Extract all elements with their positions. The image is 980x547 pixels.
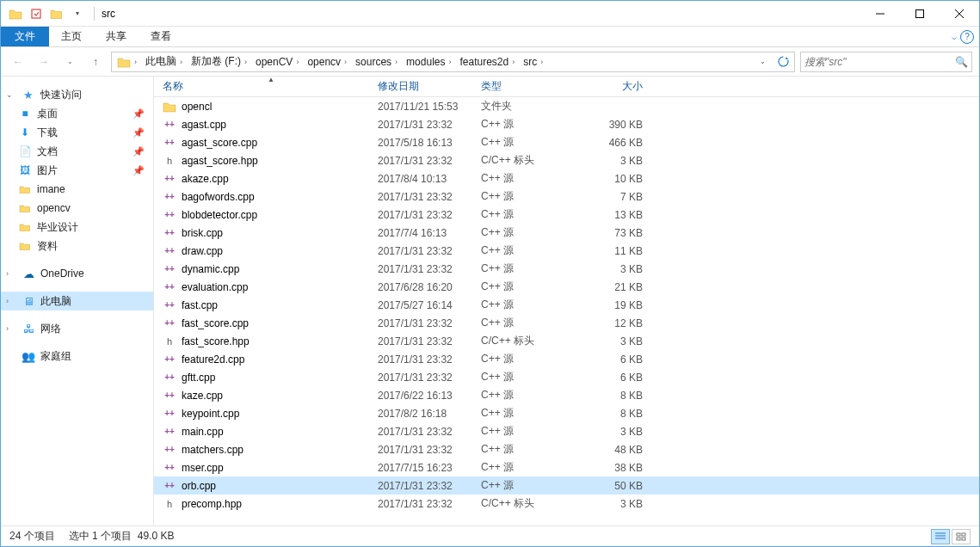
sidebar-item[interactable]: ⬇下载📌 xyxy=(1,123,153,142)
addr-dropdown-icon[interactable]: ⌄ xyxy=(753,52,772,71)
file-row[interactable]: hagast_score.hpp2017/1/31 23:32C/C++ 标头3… xyxy=(154,151,979,169)
hpp-icon: h xyxy=(163,154,176,168)
ribbon-tab[interactable]: 共享 xyxy=(94,27,139,46)
refresh-icon[interactable] xyxy=(774,52,792,71)
file-row[interactable]: ++orb.cpp2017/1/31 23:32C++ 源50 KB xyxy=(154,476,979,495)
sidebar-quick-access[interactable]: ⌄★快速访问 xyxy=(1,85,153,104)
search-input[interactable] xyxy=(804,56,955,68)
breadcrumb-segment[interactable]: openCV› xyxy=(252,52,304,71)
file-row[interactable]: ++feature2d.cpp2017/1/31 23:32C++ 源6 KB xyxy=(154,350,979,368)
file-type: C++ 源 xyxy=(481,460,581,475)
file-date: 2017/11/21 15:53 xyxy=(378,101,481,113)
file-name: mser.cpp xyxy=(182,462,224,474)
file-row[interactable]: ++mser.cpp2017/7/15 16:23C++ 源38 KB xyxy=(154,458,979,476)
close-button[interactable] xyxy=(940,1,979,27)
ribbon-expand-icon[interactable]: ⌵ xyxy=(952,32,957,41)
breadcrumb-segment[interactable]: modules› xyxy=(403,52,456,71)
qat-properties-icon[interactable] xyxy=(27,4,46,23)
ribbon-tab[interactable]: 查看 xyxy=(139,27,183,46)
cpp-icon: ++ xyxy=(163,443,176,457)
cpp-icon: ++ xyxy=(163,461,176,475)
sidebar-item[interactable]: opencv xyxy=(1,199,153,218)
file-row[interactable]: ++matchers.cpp2017/1/31 23:32C++ 源48 KB xyxy=(154,440,979,458)
qat-dropdown-icon[interactable]: ▾ xyxy=(68,4,87,23)
search-box[interactable]: 🔍 xyxy=(800,52,972,72)
file-row[interactable]: ++evaluation.cpp2017/6/28 16:20C++ 源21 K… xyxy=(154,278,979,296)
up-button[interactable]: ↑ xyxy=(85,52,106,72)
file-type: C++ 源 xyxy=(481,117,581,132)
breadcrumb-segment[interactable]: features2d› xyxy=(456,52,520,71)
cpp-icon: ++ xyxy=(163,208,176,222)
back-button[interactable]: ← xyxy=(8,52,28,72)
breadcrumb-segment[interactable]: sources› xyxy=(352,52,403,71)
file-row[interactable]: ++akaze.cpp2017/8/4 10:13C++ 源10 KB xyxy=(154,169,979,187)
file-date: 2017/1/31 23:32 xyxy=(378,191,481,203)
sidebar-thispc[interactable]: ›🖥此电脑 xyxy=(1,292,153,310)
help-icon[interactable]: ? xyxy=(960,30,974,44)
sidebar-item[interactable]: 📄文档📌 xyxy=(1,142,153,161)
qat-newfolder-icon[interactable] xyxy=(47,4,66,23)
file-row[interactable]: hfast_score.hpp2017/1/31 23:32C/C++ 标头3 … xyxy=(154,332,979,350)
breadcrumb-segment[interactable]: 新加卷 (F:)› xyxy=(188,52,252,71)
sidebar: ⌄★快速访问 ■桌面📌⬇下载📌📄文档📌🖼图片📌imaneopencv毕业设计资料… xyxy=(1,77,154,525)
minimize-button[interactable] xyxy=(860,1,900,27)
file-row[interactable]: opencl2017/11/21 15:53文件夹 xyxy=(154,97,979,115)
file-size: 38 KB xyxy=(581,462,643,474)
sidebar-item[interactable]: 🖼图片📌 xyxy=(1,161,153,180)
col-size[interactable]: 大小 xyxy=(581,79,643,94)
file-row[interactable]: hprecomp.hpp2017/1/31 23:32C/C++ 标头3 KB xyxy=(154,495,979,513)
file-row[interactable]: ++keypoint.cpp2017/8/2 16:18C++ 源8 KB xyxy=(154,404,979,422)
ribbon-file-tab[interactable]: 文件 xyxy=(1,27,49,46)
file-name: feature2d.cpp xyxy=(182,353,244,366)
breadcrumb-segment[interactable]: src› xyxy=(520,52,548,71)
file-type: C++ 源 xyxy=(481,207,581,222)
file-row[interactable]: ++kaze.cpp2017/6/22 16:13C++ 源8 KB xyxy=(154,386,979,404)
view-details-button[interactable] xyxy=(931,529,950,544)
sidebar-item[interactable]: 资料 xyxy=(1,237,153,255)
file-type: C++ 源 xyxy=(481,171,581,186)
cpp-icon: ++ xyxy=(163,244,176,258)
recent-dropdown[interactable]: ⌄ xyxy=(59,52,80,72)
sidebar-item[interactable]: ■桌面📌 xyxy=(1,104,153,123)
col-type[interactable]: 类型 xyxy=(481,79,581,94)
file-row[interactable]: ++bagofwords.cpp2017/1/31 23:32C++ 源7 KB xyxy=(154,187,979,206)
file-row[interactable]: ++brisk.cpp2017/7/4 16:13C++ 源73 KB xyxy=(154,224,979,242)
file-date: 2017/1/31 23:32 xyxy=(378,263,481,275)
sidebar-item[interactable]: 毕业设计 xyxy=(1,218,153,237)
forward-button[interactable]: → xyxy=(34,52,54,72)
sidebar-onedrive[interactable]: ›☁OneDrive xyxy=(1,264,153,283)
file-row[interactable]: ++draw.cpp2017/1/31 23:32C++ 源11 KB xyxy=(154,242,979,260)
file-list[interactable]: opencl2017/11/21 15:53文件夹++agast.cpp2017… xyxy=(154,97,979,525)
search-icon[interactable]: 🔍 xyxy=(955,56,968,68)
file-row[interactable]: ++dynamic.cpp2017/1/31 23:32C++ 源3 KB xyxy=(154,260,979,278)
file-row[interactable]: ++main.cpp2017/1/31 23:32C++ 源3 KB xyxy=(154,422,979,440)
file-row[interactable]: ++fast_score.cpp2017/1/31 23:32C++ 源12 K… xyxy=(154,314,979,332)
col-date[interactable]: 修改日期 xyxy=(378,79,481,94)
cpp-icon: ++ xyxy=(163,425,176,439)
titlebar: ▾ src xyxy=(1,1,979,27)
folder-icon xyxy=(18,239,32,253)
status-selected: 选中 1 个项目 49.0 KB xyxy=(69,529,175,544)
breadcrumb-segment[interactable]: 此电脑› xyxy=(142,52,188,71)
file-row[interactable]: ++blobdetector.cpp2017/1/31 23:32C++ 源13… xyxy=(154,206,979,224)
sidebar-network[interactable]: ›🖧网络 xyxy=(1,319,153,338)
file-date: 2017/7/4 16:13 xyxy=(378,227,481,239)
file-name: brisk.cpp xyxy=(182,227,223,239)
file-name: fast.cpp xyxy=(182,299,218,311)
address-bar[interactable]: › 此电脑›新加卷 (F:)›openCV›opencv›sources›mod… xyxy=(111,52,795,72)
breadcrumb-segment[interactable]: opencv› xyxy=(304,52,352,71)
file-name: fast_score.cpp xyxy=(182,317,249,329)
file-row[interactable]: ++agast_score.cpp2017/5/18 16:13C++ 源466… xyxy=(154,133,979,151)
file-row[interactable]: ++agast.cpp2017/1/31 23:32C++ 源390 KB xyxy=(154,115,979,133)
view-icons-button[interactable] xyxy=(952,529,971,544)
file-type: C++ 源 xyxy=(481,406,581,421)
ribbon-tab[interactable]: 主页 xyxy=(49,27,94,46)
file-name: orb.cpp xyxy=(182,480,216,492)
maximize-button[interactable] xyxy=(900,1,940,27)
column-headers[interactable]: ▲ 名称 修改日期 类型 大小 xyxy=(154,77,979,97)
file-row[interactable]: ++gftt.cpp2017/1/31 23:32C++ 源6 KB xyxy=(154,368,979,386)
sidebar-homegroup[interactable]: 👥家庭组 xyxy=(1,347,153,366)
sidebar-item[interactable]: imane xyxy=(1,180,153,199)
file-row[interactable]: ++fast.cpp2017/5/27 16:14C++ 源19 KB xyxy=(154,296,979,314)
file-date: 2017/1/31 23:32 xyxy=(378,372,481,384)
